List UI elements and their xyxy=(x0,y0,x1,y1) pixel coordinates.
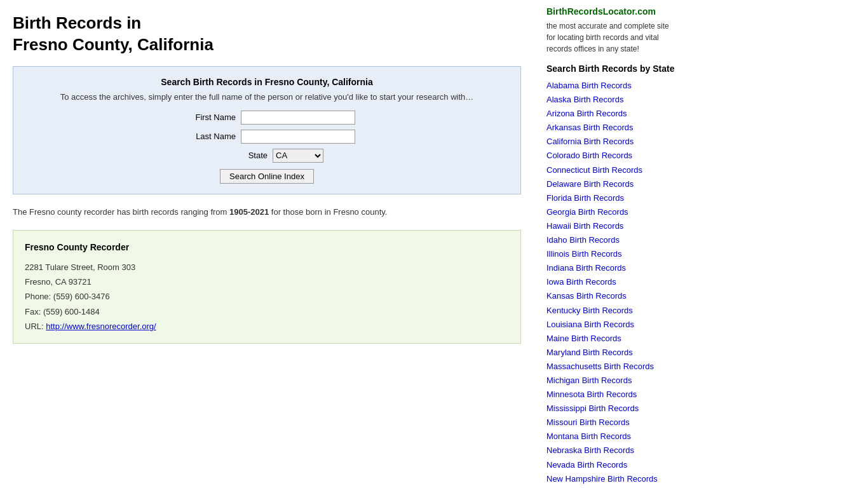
list-item: Arkansas Birth Records xyxy=(546,121,680,135)
list-item: Maine Birth Records xyxy=(546,332,680,346)
state-link[interactable]: Arkansas Birth Records xyxy=(546,123,634,132)
state-link[interactable]: Nebraska Birth Records xyxy=(546,445,634,455)
recorder-url-label: URL: xyxy=(25,322,44,331)
list-item: Nevada Birth Records xyxy=(546,458,680,472)
site-name-link[interactable]: BirthRecordsLocator.com xyxy=(546,6,656,17)
list-item: Delaware Birth Records xyxy=(546,177,680,191)
state-link[interactable]: Georgia Birth Records xyxy=(546,207,628,217)
state-row: State CA AL AK AZ AR CO CT DE FL GA HI I… xyxy=(26,149,508,163)
list-item: Nebraska Birth Records xyxy=(546,444,680,458)
record-info: The Fresno county recorder has birth rec… xyxy=(13,206,521,219)
state-link[interactable]: Idaho Birth Records xyxy=(546,235,620,245)
page-title: Birth Records in Fresno County, Californ… xyxy=(13,13,521,56)
state-link[interactable]: Hawaii Birth Records xyxy=(546,221,623,231)
last-name-input[interactable] xyxy=(241,130,355,144)
recorder-box: Fresno County Recorder 2281 Tulare Stree… xyxy=(13,230,521,343)
first-name-label: First Name xyxy=(179,112,236,122)
list-item: Kentucky Birth Records xyxy=(546,304,680,318)
state-link[interactable]: Arizona Birth Records xyxy=(546,109,627,118)
list-item: New Hampshire Birth Records xyxy=(546,472,680,486)
state-link[interactable]: Indiana Birth Records xyxy=(546,263,626,273)
search-description: To access the archives, simply enter the… xyxy=(26,92,508,102)
list-item: Mississippi Birth Records xyxy=(546,402,680,416)
list-item: California Birth Records xyxy=(546,135,680,149)
state-link[interactable]: Kentucky Birth Records xyxy=(546,306,633,315)
list-item: Michigan Birth Records xyxy=(546,374,680,388)
state-link[interactable]: Iowa Birth Records xyxy=(546,277,616,287)
main-content: Birth Records in Fresno County, Californ… xyxy=(13,6,540,488)
list-item: Illinois Birth Records xyxy=(546,247,680,261)
list-item: Connecticut Birth Records xyxy=(546,163,680,177)
state-link[interactable]: Maryland Birth Records xyxy=(546,348,633,357)
state-link[interactable]: Nevada Birth Records xyxy=(546,460,627,470)
recorder-url-row: URL: http://www.fresnorecorder.org/ xyxy=(25,319,509,334)
state-link[interactable]: New Hampshire Birth Records xyxy=(546,474,658,484)
state-link[interactable]: California Birth Records xyxy=(546,137,634,146)
list-item: Florida Birth Records xyxy=(546,191,680,205)
state-links-list: Alabama Birth RecordsAlaska Birth Record… xyxy=(546,79,680,488)
list-item: Arizona Birth Records xyxy=(546,107,680,121)
recorder-address2: Fresno, CA 93721 xyxy=(25,274,509,289)
state-link[interactable]: Alabama Birth Records xyxy=(546,81,632,90)
state-link[interactable]: Alaska Birth Records xyxy=(546,95,623,104)
state-link[interactable]: Illinois Birth Records xyxy=(546,249,622,259)
state-link[interactable]: Louisiana Birth Records xyxy=(546,320,634,329)
list-item: Hawaii Birth Records xyxy=(546,219,680,233)
list-item: Alaska Birth Records xyxy=(546,93,680,107)
state-search-heading: Search Birth Records by State xyxy=(546,64,680,74)
state-link[interactable]: Colorado Birth Records xyxy=(546,151,632,160)
last-name-row: Last Name xyxy=(26,130,508,144)
list-item: Massachusetts Birth Records xyxy=(546,360,680,374)
state-label: State xyxy=(210,151,268,160)
state-link[interactable]: Minnesota Birth Records xyxy=(546,390,637,399)
site-description: the most accurate and complete site for … xyxy=(546,20,680,55)
list-item: Maryland Birth Records xyxy=(546,346,680,360)
state-link[interactable]: Mississippi Birth Records xyxy=(546,403,639,413)
search-button[interactable]: Search Online Index xyxy=(220,169,314,184)
search-box: Search Birth Records in Fresno County, C… xyxy=(13,66,521,194)
state-link[interactable]: Massachusetts Birth Records xyxy=(546,362,654,371)
state-link[interactable]: Connecticut Birth Records xyxy=(546,165,642,175)
search-button-row: Search Online Index xyxy=(26,169,508,184)
state-link[interactable]: Missouri Birth Records xyxy=(546,417,630,427)
state-link[interactable]: Maine Birth Records xyxy=(546,334,621,343)
last-name-label: Last Name xyxy=(179,132,236,141)
state-link[interactable]: Delaware Birth Records xyxy=(546,179,634,189)
state-link[interactable]: Kansas Birth Records xyxy=(546,291,627,301)
recorder-url-link[interactable]: http://www.fresnorecorder.org/ xyxy=(46,322,156,331)
recorder-phone: Phone: (559) 600-3476 xyxy=(25,289,509,304)
state-link[interactable]: Florida Birth Records xyxy=(546,193,624,203)
state-link[interactable]: Michigan Birth Records xyxy=(546,376,632,385)
list-item: Montana Birth Records xyxy=(546,430,680,444)
list-item: Indiana Birth Records xyxy=(546,261,680,275)
list-item: Missouri Birth Records xyxy=(546,416,680,430)
recorder-address1: 2281 Tulare Street, Room 303 xyxy=(25,260,509,274)
first-name-row: First Name xyxy=(26,111,508,125)
list-item: Alabama Birth Records xyxy=(546,79,680,93)
search-heading: Search Birth Records in Fresno County, C… xyxy=(26,77,508,87)
list-item: Kansas Birth Records xyxy=(546,289,680,303)
first-name-input[interactable] xyxy=(241,111,355,125)
list-item: Minnesota Birth Records xyxy=(546,388,680,402)
recorder-fax: Fax: (559) 600-1484 xyxy=(25,304,509,319)
list-item: Colorado Birth Records xyxy=(546,149,680,163)
list-item: Louisiana Birth Records xyxy=(546,318,680,332)
state-select[interactable]: CA AL AK AZ AR CO CT DE FL GA HI ID IL I… xyxy=(273,149,323,163)
list-item: Georgia Birth Records xyxy=(546,205,680,219)
list-item: Idaho Birth Records xyxy=(546,233,680,247)
recorder-name: Fresno County Recorder xyxy=(25,240,509,255)
list-item: Iowa Birth Records xyxy=(546,275,680,289)
sidebar: BirthRecordsLocator.com the most accurat… xyxy=(540,6,680,488)
state-link[interactable]: Montana Birth Records xyxy=(546,431,631,441)
